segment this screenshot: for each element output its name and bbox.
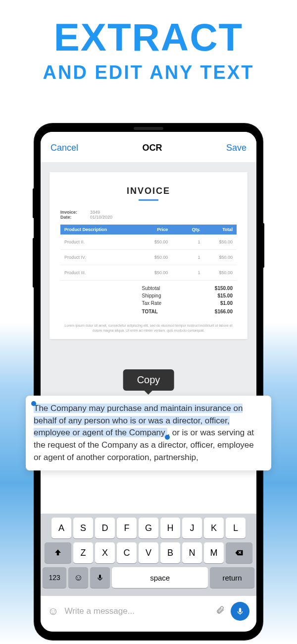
invoice-totals: Subtotal$150.00 Shipping$15.00 Tax Rate$… — [60, 285, 237, 315]
attach-icon[interactable] — [216, 605, 225, 618]
invoice-title: INVOICE — [60, 186, 237, 196]
marketing-header: EXTRACT AND EDIT ANY TEXT — [0, 0, 297, 83]
key-f[interactable]: F — [117, 518, 137, 538]
key-c[interactable]: C — [117, 542, 137, 563]
shift-key[interactable] — [45, 542, 71, 563]
app-header: Cancel OCR Save — [41, 132, 256, 162]
mic-button[interactable] — [231, 602, 249, 621]
marketing-subtitle: AND EDIT ANY TEXT — [0, 62, 297, 83]
marketing-title: EXTRACT — [0, 15, 297, 60]
table-row: Product II.$50.001$50.00 — [60, 234, 237, 250]
invoice-card: INVOICE Invoice:3349 Date:01/10/2020 Pro… — [50, 172, 248, 339]
key-z[interactable]: Z — [73, 542, 93, 563]
backspace-key[interactable] — [226, 542, 252, 563]
number-key[interactable]: 123 — [43, 567, 66, 588]
key-j[interactable]: J — [182, 518, 202, 538]
key-k[interactable]: K — [204, 518, 224, 538]
key-m[interactable]: M — [204, 542, 224, 563]
message-input[interactable]: Write a message... — [64, 606, 210, 616]
space-key[interactable]: space — [112, 567, 208, 588]
copy-tooltip[interactable]: Copy — [123, 369, 174, 391]
key-l[interactable]: L — [226, 518, 246, 538]
table-row: Product IV.$50.001$50.00 — [60, 250, 237, 265]
emoji-key[interactable]: ☺ — [68, 567, 88, 588]
key-v[interactable]: V — [139, 542, 158, 563]
mic-key[interactable] — [90, 567, 110, 588]
key-x[interactable]: X — [95, 542, 115, 563]
selection-handle-end[interactable] — [165, 435, 170, 440]
invoice-table-header: Product Description Price Qty. Total — [60, 225, 237, 234]
return-key[interactable]: return — [210, 567, 254, 588]
message-bar: ☺ Write a message... — [41, 597, 256, 626]
key-a[interactable]: A — [51, 518, 71, 538]
key-d[interactable]: D — [95, 518, 115, 538]
invoice-lorem: Lorem ipsum dolor sit amet, consectetur … — [60, 323, 237, 333]
key-g[interactable]: G — [139, 518, 158, 538]
key-h[interactable]: H — [160, 518, 180, 538]
keyboard: ASDFGHJKL ZXCVBNM 123 ☺ space return — [41, 514, 256, 596]
cancel-button[interactable]: Cancel — [50, 143, 78, 153]
invoice-meta: Invoice:3349 Date:01/10/2020 — [60, 210, 237, 220]
key-n[interactable]: N — [182, 542, 202, 563]
key-s[interactable]: S — [73, 518, 93, 538]
ocr-text-card[interactable]: The Company may purchase and maintain in… — [26, 396, 271, 470]
page-title: OCR — [143, 143, 162, 153]
emoji-icon[interactable]: ☺ — [48, 605, 58, 618]
table-row: Product III.$50.001$50.00 — [60, 265, 237, 281]
selection-handle-start[interactable] — [31, 401, 36, 406]
save-button[interactable]: Save — [226, 143, 247, 153]
key-b[interactable]: B — [160, 542, 180, 563]
